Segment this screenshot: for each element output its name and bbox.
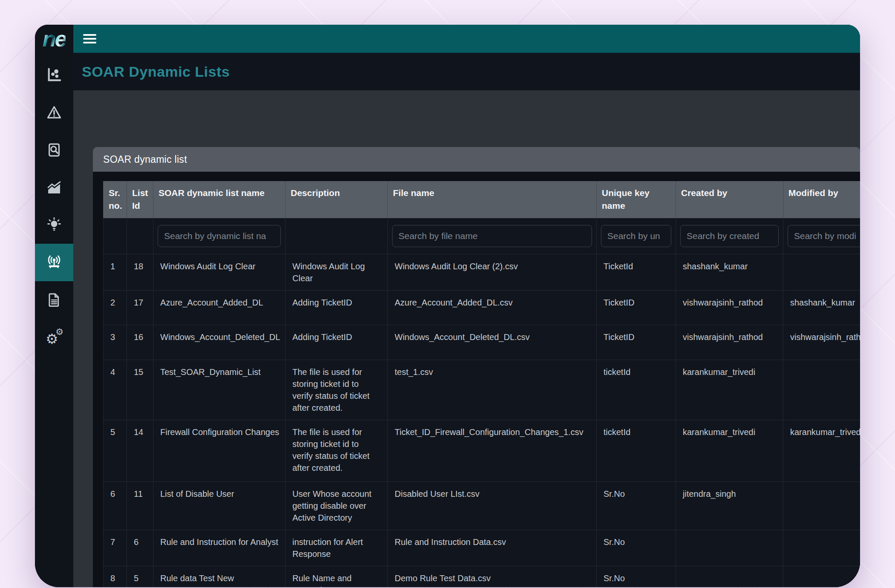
cell-unique-key: Sr.No (597, 566, 676, 587)
filter-cell-list-id (127, 218, 153, 254)
search-created-by-input[interactable] (680, 225, 779, 247)
column-header-description: Description (286, 181, 388, 218)
cell-file-name: Ticket_ID_Firewall_Configuration_Changes… (388, 420, 597, 481)
cell-list-name: Windows_Account_Deleted_DL (153, 325, 286, 360)
cell-list-id: 15 (127, 360, 153, 420)
cell-sr-no: 3 (103, 325, 127, 360)
sidebar-item-reports[interactable] (35, 281, 73, 319)
cell-list-name: Firewall Configuration Changes (153, 420, 286, 481)
sidebar-item-soar-active[interactable] (35, 244, 73, 281)
sidebar-item-analytics[interactable] (35, 169, 73, 206)
filter-cell-sr-no (103, 218, 127, 254)
cell-modified-by: vishwarajsinh_rathod (783, 325, 860, 360)
filter-cell-list-name (153, 218, 286, 254)
cell-list-id: 11 (127, 482, 153, 530)
cell-list-id: 14 (127, 420, 153, 481)
cell-created-by: vishwarajsinh_rathod (676, 291, 783, 325)
cell-unique-key: Sr.No (597, 482, 676, 530)
cell-file-name: Windows Audit Log Clear (2).csv (388, 254, 597, 290)
cell-modified-by (783, 360, 860, 420)
cell-created-by: shashank_kumar (676, 254, 783, 290)
area-chart-icon (46, 179, 62, 196)
sidebar-item-insights[interactable] (35, 206, 73, 244)
cell-sr-no: 1 (103, 254, 127, 290)
cell-modified-by: karankumar_trivedi (783, 420, 860, 481)
cell-unique-key: TicketId (597, 254, 676, 290)
cell-file-name: Windows_Account_Deleted_DL.csv (388, 325, 597, 360)
sidebar-item-dashboard[interactable] (35, 56, 73, 94)
cell-created-by (676, 530, 783, 566)
filter-cell-modified-by (783, 218, 860, 254)
search-modified-by-input[interactable] (788, 225, 860, 247)
column-header-file-name: File name (388, 181, 597, 218)
cell-list-name: Rule data Test New (153, 566, 286, 587)
cell-sr-no: 8 (103, 566, 127, 587)
cell-list-name: Windows Audit Log Clear (153, 254, 286, 290)
cell-file-name: Disabled User LIst.csv (388, 482, 597, 530)
filter-cell-created-by (676, 218, 783, 254)
cell-sr-no: 4 (103, 360, 127, 420)
cell-list-name: Azure_Account_Added_DL (153, 291, 286, 325)
soar-dynamic-list-table: Sr. no.List IdSOAR dynamic list nameDesc… (103, 181, 860, 587)
cell-unique-key: ticketId (597, 360, 676, 420)
table-row-4: 415Test_SOAR_Dynamic_ListThe file is use… (103, 360, 860, 420)
search-file-name-input[interactable] (392, 225, 592, 247)
cell-sr-no: 7 (103, 530, 127, 566)
cell-modified-by: shashank_kumar (783, 291, 860, 325)
cell-list-id: 18 (127, 254, 153, 290)
menu-button[interactable] (83, 34, 96, 43)
cell-created-by (676, 566, 783, 587)
file-icon (46, 292, 62, 308)
table-row-6: 611List of Disable UserUser Whose accoun… (103, 482, 860, 530)
column-header-list-id: List Id (127, 181, 153, 218)
cell-file-name: Rule and Instruction Data.csv (388, 530, 597, 566)
cell-created-by: karankumar_trivedi (676, 360, 783, 420)
search-list-name-input[interactable] (158, 225, 281, 247)
app-logo[interactable]: ne (35, 25, 73, 53)
bubble-chart-icon (46, 67, 62, 83)
cell-description: Adding TicketID (286, 291, 388, 325)
cell-modified-by (783, 530, 860, 566)
filter-cell-file-name (388, 218, 597, 254)
table-row-5: 514Firewall Configuration ChangesThe fil… (103, 420, 860, 482)
cell-file-name: Azure_Account_Added_DL.csv (388, 291, 597, 325)
cell-list-id: 6 (127, 530, 153, 566)
table-header-row: Sr. no.List IdSOAR dynamic list nameDesc… (103, 181, 860, 218)
bulb-icon (46, 217, 62, 233)
cell-description: Rule Name and Instruction (286, 566, 388, 587)
hamburger-icon (83, 34, 96, 36)
table-row-8: 85Rule data Test NewRule Name and Instru… (103, 566, 860, 587)
topbar: ne (35, 25, 860, 53)
sidebar-item-settings[interactable]: ⚙ ⚙ (35, 319, 73, 356)
cell-created-by: vishwarajsinh_rathod (676, 325, 783, 360)
cell-sr-no: 5 (103, 420, 127, 481)
app-window: ne (35, 25, 860, 587)
cell-list-name: Rule and Instruction for Analyst (153, 530, 286, 566)
sidebar-item-alerts[interactable] (35, 94, 73, 131)
cell-description: User Whose account getting disable over … (286, 482, 388, 530)
soar-dynamic-list-card: SOAR dynamic list Sr. no.List IdSOAR dyn… (93, 147, 860, 587)
filter-cell-description (286, 218, 388, 254)
cell-file-name: Demo Rule Test Data.csv (388, 566, 597, 587)
cell-modified-by (783, 254, 860, 290)
column-header-list-name: SOAR dynamic list name (153, 181, 286, 218)
cell-description: Adding TicketID (286, 325, 388, 360)
filter-cell-unique-key (597, 218, 676, 254)
desktop-background: ne (0, 0, 895, 588)
search-unique-key-input[interactable] (601, 225, 671, 247)
column-header-modified-by: Modified by (783, 181, 860, 218)
cell-created-by: jitendra_singh (676, 482, 783, 530)
alert-triangle-icon (46, 104, 62, 121)
sidebar-item-investigation[interactable] (35, 131, 73, 169)
cell-description: instruction for Alert Response (286, 530, 388, 566)
cell-list-name: Test_SOAR_Dynamic_List (153, 360, 286, 420)
column-header-created-by: Created by (676, 181, 783, 218)
table-row-2: 217Azure_Account_Added_DLAdding TicketID… (103, 291, 860, 325)
cell-modified-by (783, 482, 860, 530)
app-bar (73, 25, 860, 53)
cell-created-by: karankumar_trivedi (676, 420, 783, 481)
table-row-1: 118Windows Audit Log ClearWindows Audit … (103, 254, 860, 291)
cell-list-id: 5 (127, 566, 153, 587)
cell-sr-no: 2 (103, 291, 127, 325)
cell-description: The file is used for storing ticket id t… (286, 420, 388, 481)
